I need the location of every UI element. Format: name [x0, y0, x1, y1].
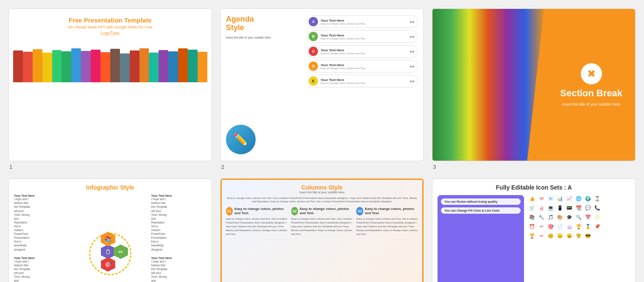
icon-cell: 📈: [566, 195, 573, 203]
agenda-text: Your Text Here Easy to change colors, ph…: [321, 48, 407, 55]
slide4-bottom-left: Your Text Here I hope and I believe that…: [14, 257, 69, 282]
icon-cell: 🖨: [538, 204, 545, 212]
slide6-left-panel: You can Resize without losing quality Yo…: [438, 195, 524, 282]
slide3-subtitle: Insert the title of your subtitle Here: [562, 102, 620, 106]
icon-row: 📚🔧🎵🎨🎓🔍📅☑: [528, 214, 630, 221]
slide6-pill-2: You can Change Fill Color & Line Color: [441, 207, 521, 214]
col-body: Easy to change colors, photos and Text. …: [356, 217, 418, 236]
icon-cell: 👍: [528, 195, 536, 203]
slide-wrapper-5: Columns Style Insert the title of your s…: [220, 179, 424, 282]
slide-wrapper-4: Infographic Style Your Text Here I hope …: [8, 179, 212, 282]
slide5-col: 02 Easy to change colors, photos and Tex…: [291, 207, 353, 282]
slide3-title: Section Break: [560, 88, 622, 99]
agenda-letter: B: [309, 32, 318, 41]
slide2-title: AgendaStyle: [226, 15, 303, 32]
icon-cell: 📅: [584, 214, 592, 221]
slide5-col: 01 Easy to change colors, photos and Tex…: [226, 207, 288, 282]
slide5-title: Columns Style: [226, 184, 418, 191]
icon-row: 👍✉📧📊📈🌐🌍⏳: [528, 195, 630, 203]
agenda-item-sub: Easy to change colors, photos and Text.: [321, 52, 407, 55]
col-num: 02: [291, 207, 298, 215]
col-body: Easy to change colors, photos and Text. …: [291, 217, 353, 236]
icon-cell: 🎯: [547, 223, 555, 231]
slide-num-2: 2: [220, 164, 424, 170]
agenda-item-sub: Easy to change colors, photos and Text.: [321, 22, 407, 25]
slide1-subtitle: 30+ Ready Made PPT with Google Slides fo…: [68, 25, 153, 29]
slide4-top-left: Your Text Here I hope and I believe that…: [14, 194, 69, 251]
slide5-content: Columns Style Insert the title of your s…: [222, 180, 423, 282]
col-body: Easy to change colors, photos and Text. …: [226, 217, 288, 236]
icon-cell: 🏆: [575, 223, 583, 231]
icon-row: ⏰✏🎯📄🗂🏆🥇📌: [528, 223, 630, 231]
slide5-desc: Easy to change colors, photos and Text. …: [226, 196, 418, 204]
agenda-text: Your Text Here Easy to change colors, ph…: [321, 63, 407, 70]
icon-cell: 📄: [556, 223, 564, 231]
slide2-content: AgendaStyle Insert the title of your sub…: [221, 9, 424, 161]
agenda-item: D Your Text Here Easy to change colors, …: [307, 60, 418, 73]
icon-cell: 🌐: [575, 195, 583, 203]
icon-cell: 📞: [594, 204, 601, 212]
icon-cell: 📟: [566, 204, 573, 212]
icon-cell: 📧: [547, 195, 555, 203]
icon-cell: 💻: [547, 204, 555, 212]
slide4-top-right: Your Text Here I hope and I believe that…: [151, 194, 206, 251]
icon-cell: 🎵: [547, 214, 555, 221]
agenda-item: B Your Text Here Easy to change colors, …: [307, 30, 418, 43]
agenda-text: Your Text Here Easy to change colors, ph…: [321, 78, 407, 84]
icon-cell: ✏: [538, 223, 545, 231]
slide4-center-graphic: 🗒 📚 ✏ 🎯: [73, 231, 147, 277]
slide-num-3: 3: [432, 164, 636, 170]
slide6-pill-1: You can Resize without losing quality: [441, 198, 521, 205]
slide6-content: Fully Editable Icon Sets : A You can Res…: [432, 179, 635, 282]
agenda-item-title: Your Text Here: [321, 48, 407, 52]
icon-cell: 🔍: [575, 214, 583, 221]
slide3-content: ✖ Section Break Insert the title of your…: [432, 9, 635, 161]
icon-cell: 🛒: [528, 204, 536, 212]
slide3-icon: ✖: [581, 63, 602, 84]
col-title: Easy to change colors, photos and Text.: [300, 207, 353, 215]
slide-wrapper-6: Fully Editable Icon Sets : A You can Res…: [432, 179, 636, 282]
icon-cell: 📱: [556, 204, 564, 212]
col-header: 01 Easy to change colors, photos and Tex…: [226, 207, 288, 215]
icon-cell: 📚: [528, 214, 536, 221]
slide-4: Infographic Style Your Text Here I hope …: [8, 179, 212, 282]
icon-cell: 💬: [584, 204, 592, 212]
slide1-logo: LogoType: [101, 31, 120, 36]
agenda-text: Your Text Here Easy to change colors, ph…: [321, 34, 407, 40]
slide3-pencils-bg: [432, 9, 544, 161]
icon-cell: 📊: [556, 195, 564, 203]
slide2-subtitle: Insert the title of your subtitle Here: [226, 36, 303, 40]
icon-cell: 🌍: [584, 195, 592, 203]
icon-cell: ✏: [538, 232, 545, 240]
slide4-title: Infographic Style: [14, 184, 206, 191]
col-title: Easy to change colors, photos and Text.: [365, 207, 418, 215]
slide2-left: AgendaStyle Insert the title of your sub…: [226, 15, 303, 154]
icon-cell: 😊: [547, 232, 555, 240]
agenda-letter: E: [309, 76, 318, 86]
col-header: 02 Easy to change colors, photos and Tex…: [291, 207, 353, 215]
icon-cell: 📌: [594, 223, 601, 231]
col-title: Easy to change colors, photos and Text.: [234, 207, 287, 215]
icon-cell: 🗂: [566, 223, 573, 231]
agenda-letter: A: [309, 17, 318, 26]
slide6-title: Fully Editable Icon Sets : A: [438, 184, 630, 191]
agenda-item: C Your Text Here Easy to change colors, …: [307, 45, 418, 58]
icon-cell: ☑: [594, 214, 601, 221]
icon-cell: ⏰: [528, 223, 536, 231]
agenda-arrow-icon: ▶▶: [410, 20, 415, 24]
slide6-main: You can Resize without losing quality Yo…: [438, 195, 630, 282]
agenda-item: A Your Text Here Easy to change colors, …: [307, 15, 418, 28]
slide5-columns: 01 Easy to change colors, photos and Tex…: [226, 207, 418, 282]
icon-cell: 😎: [584, 232, 592, 240]
slide4-main: Your Text Here I hope and I believe that…: [14, 194, 206, 282]
agenda-item-sub: Easy to change colors, photos and Text.: [321, 82, 407, 84]
icon-cell: 📆: [575, 204, 583, 212]
hex-diagram: 🗒 📚 ✏ 🎯: [87, 231, 134, 277]
slide5-subtitle: Insert the title of your subtitle Here: [226, 191, 418, 194]
slide6-icon-grid: 👍✉📧📊📈🌐🌍⏳🛒🖨💻📱📟📆💬📞📚🔧🎵🎨🎓🔍📅☑⏰✏🎯📄🗂🏆🥇📌🏆✏😊😞😠😤😎: [528, 195, 630, 282]
slide5-col: 03 Easy to change colors, photos and Tex…: [356, 207, 418, 282]
agenda-item: E Your Text Here Easy to change colors, …: [307, 75, 418, 87]
agenda-letter: D: [309, 61, 318, 71]
agenda-item-sub: Easy to change colors, photos and Text.: [321, 67, 407, 70]
slide4-content: Infographic Style Your Text Here I hope …: [9, 179, 212, 282]
